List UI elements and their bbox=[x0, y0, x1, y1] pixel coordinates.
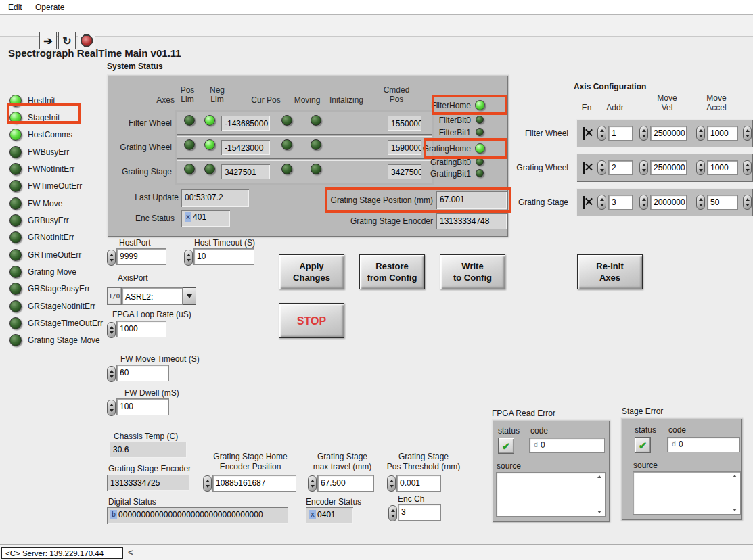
scroll-down-icon[interactable] bbox=[597, 511, 601, 513]
filter-accel-field[interactable]: 1000 bbox=[707, 126, 738, 141]
gwheel-vel-field[interactable]: 2500000 bbox=[650, 160, 687, 175]
scroll-left-arrow[interactable]: < bbox=[128, 547, 133, 557]
scroll-down-icon[interactable] bbox=[733, 509, 737, 511]
gratingstagemove-led[interactable] bbox=[9, 334, 22, 346]
fw-dwell-field[interactable]: 100 bbox=[116, 398, 169, 415]
fwnotiniterr-led[interactable] bbox=[9, 163, 22, 175]
scroll-up-icon[interactable] bbox=[597, 475, 601, 478]
filterbit1-led[interactable] bbox=[476, 128, 484, 136]
reinit-axes-button[interactable]: Re-InitAxes bbox=[577, 254, 643, 289]
gratinghome-led[interactable] bbox=[475, 143, 485, 154]
gwheel-pos-lim-led[interactable] bbox=[184, 139, 195, 150]
gwheel-initializing-led[interactable] bbox=[311, 139, 321, 150]
host-port-field[interactable]: 9999 bbox=[116, 248, 166, 265]
gs-pos-threshold-field[interactable]: 0.001 bbox=[396, 475, 441, 492]
filter-wheel-enable-checkbox[interactable] bbox=[583, 127, 585, 140]
hostcomms-led[interactable] bbox=[9, 129, 22, 141]
gwheel-addr-field[interactable]: 2 bbox=[608, 160, 633, 175]
stage-source-scrollbar[interactable] bbox=[730, 473, 739, 513]
fw-move-timeout-field[interactable]: 60 bbox=[116, 365, 169, 381]
gstage-accel-stepper[interactable] bbox=[696, 195, 705, 210]
fwtimeouterr-led[interactable] bbox=[9, 180, 22, 192]
enc-ch-field[interactable]: 3 bbox=[398, 504, 441, 521]
restore-from-config-button[interactable]: Restorefrom Config bbox=[359, 254, 425, 289]
host-timeout-field[interactable]: 10 bbox=[193, 248, 254, 265]
gratingbit1-led[interactable] bbox=[476, 169, 484, 177]
gwheel-vel-stepper[interactable] bbox=[639, 160, 648, 175]
gstage-pos-lim-led[interactable] bbox=[184, 164, 195, 174]
grating-wheel-enable-checkbox[interactable] bbox=[583, 162, 585, 174]
gwheel-neg-lim-led[interactable] bbox=[204, 139, 215, 150]
menu-edit[interactable]: Edit bbox=[8, 3, 22, 12]
fwmove-led[interactable] bbox=[9, 197, 22, 210]
stop-button[interactable]: STOP bbox=[279, 303, 344, 338]
fpga-loop-rate-stepper[interactable] bbox=[107, 322, 116, 338]
gs-home-encoder-stepper[interactable] bbox=[203, 475, 212, 492]
filter-addr-stepper[interactable] bbox=[597, 126, 606, 141]
binary-radix[interactable]: b bbox=[110, 510, 117, 519]
gstage-neg-lim-led[interactable] bbox=[204, 164, 215, 174]
decimal-radix[interactable]: d bbox=[670, 440, 677, 449]
gwheel-moving-led[interactable] bbox=[281, 139, 292, 150]
gwheel-accel-stepper[interactable] bbox=[696, 160, 705, 175]
fw-dwell-stepper[interactable] bbox=[107, 400, 116, 416]
fpga-code-field[interactable]: d0 bbox=[529, 438, 605, 453]
enc-ch-stepper[interactable] bbox=[388, 505, 397, 521]
stage-code-field[interactable]: d0 bbox=[667, 437, 740, 452]
filterhome-led[interactable] bbox=[475, 100, 485, 110]
gs-max-travel-field[interactable]: 67.500 bbox=[317, 475, 374, 492]
gwheel-accel-field[interactable]: 1000 bbox=[707, 160, 738, 175]
grstagebusyerr-led[interactable] bbox=[9, 283, 22, 295]
write-to-config-button[interactable]: Writeto Config bbox=[440, 254, 505, 289]
grtimeouterr-led[interactable] bbox=[9, 249, 22, 261]
filter-initializing-led[interactable] bbox=[311, 115, 321, 126]
grstagetimeouterr-led[interactable] bbox=[9, 317, 22, 329]
gs-home-encoder-field[interactable]: 10885161687 bbox=[212, 475, 296, 492]
hex-radix[interactable]: x bbox=[309, 510, 316, 519]
decimal-radix[interactable]: d bbox=[532, 440, 539, 450]
hostinit-led[interactable] bbox=[9, 95, 22, 107]
stage-status-button[interactable]: ✔ bbox=[635, 437, 651, 453]
host-timeout-stepper[interactable] bbox=[184, 250, 193, 266]
filter-addr-field[interactable]: 1 bbox=[608, 126, 633, 141]
filterbit0-led[interactable] bbox=[476, 116, 484, 124]
filter-extra-stepper[interactable] bbox=[743, 126, 752, 141]
hex-radix[interactable]: x bbox=[185, 212, 191, 222]
axis-port-dropdown[interactable] bbox=[183, 287, 196, 305]
gstage-initializing-led[interactable] bbox=[311, 164, 321, 174]
gratingmove-led[interactable] bbox=[9, 266, 22, 278]
filter-vel-field[interactable]: 2500000 bbox=[650, 126, 687, 141]
fw-move-timeout-stepper[interactable] bbox=[107, 366, 116, 382]
gs-pos-threshold-stepper[interactable] bbox=[387, 475, 396, 492]
gratingbit0-led[interactable] bbox=[476, 158, 484, 166]
filter-moving-led[interactable] bbox=[281, 115, 292, 126]
filter-pos-lim-led[interactable] bbox=[184, 115, 195, 126]
stage-source-box[interactable] bbox=[633, 471, 741, 515]
gstage-addr-stepper[interactable] bbox=[597, 195, 606, 210]
gstage-addr-field[interactable]: 3 bbox=[608, 195, 633, 210]
gstage-moving-led[interactable] bbox=[281, 164, 292, 174]
grnotiniterr-led[interactable] bbox=[9, 231, 22, 243]
grstagenotiniterr-led[interactable] bbox=[9, 300, 22, 312]
gwheel-extra-stepper[interactable] bbox=[743, 160, 752, 175]
filter-neg-lim-led[interactable] bbox=[204, 115, 215, 126]
menu-operate[interactable]: Operate bbox=[35, 3, 64, 12]
apply-changes-button[interactable]: ApplyChanges bbox=[279, 254, 344, 289]
filter-vel-stepper[interactable] bbox=[639, 126, 648, 141]
gwheel-addr-stepper[interactable] bbox=[597, 160, 606, 175]
scroll-up-icon[interactable] bbox=[733, 475, 737, 477]
gstage-extra-stepper[interactable] bbox=[743, 195, 752, 210]
grbusyerr-led[interactable] bbox=[9, 214, 22, 227]
fwbusyerr-led[interactable] bbox=[9, 146, 22, 158]
filter-accel-stepper[interactable] bbox=[696, 126, 705, 141]
fpga-source-box[interactable] bbox=[496, 472, 606, 517]
axis-port-field[interactable]: ASRL2: bbox=[122, 287, 183, 305]
host-port-stepper[interactable] bbox=[107, 250, 116, 266]
gstage-vel-field[interactable]: 2000000 bbox=[650, 195, 687, 210]
gs-max-travel-stepper[interactable] bbox=[308, 475, 317, 492]
fpga-source-scrollbar[interactable] bbox=[595, 474, 603, 515]
gstage-accel-field[interactable]: 50 bbox=[707, 195, 738, 210]
grating-stage-enable-checkbox[interactable] bbox=[583, 196, 585, 209]
stageinit-led[interactable] bbox=[9, 112, 22, 124]
gstage-vel-stepper[interactable] bbox=[639, 195, 648, 210]
